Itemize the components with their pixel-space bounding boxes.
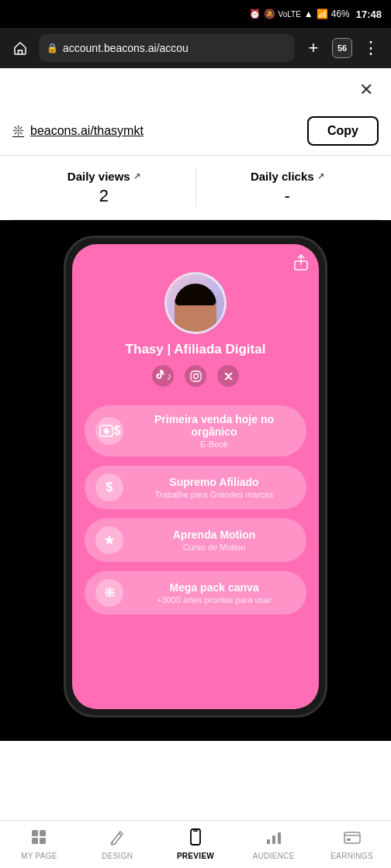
alarm-icon: ⏰ (249, 9, 261, 19)
avatar (164, 272, 227, 334)
nav-audience[interactable]: AUDIENCE (234, 821, 313, 868)
beacon-url-link[interactable]: ❊ beacons.ai/thasymkt (12, 122, 144, 140)
svg-rect-9 (32, 838, 38, 844)
nav-design[interactable]: DESIGN (78, 821, 157, 868)
stats-section: Daily views ↗ 2 Daily clicks ↗ - (12, 156, 379, 220)
daily-clicks-label: Daily clicks ↗ (196, 170, 379, 183)
browser-actions: + 56 ⋮ (303, 37, 382, 59)
status-bar: ⏰ 🔕 VoLTE ▲ 📶 46% 17:48 (0, 0, 391, 28)
home-button[interactable] (9, 37, 31, 59)
link-icon-3: ❋ (95, 579, 123, 607)
link-text-3: Mega pack canva +3000 artes prontas para… (133, 581, 296, 604)
tiktok-icon[interactable]: ♪ (152, 365, 174, 387)
link-icon-1: $ (95, 474, 123, 501)
link-buttons: $ $ Primeira venda hoje no orgânico E-Bo… (85, 399, 306, 621)
nav-my-page[interactable]: MY PAGE (0, 821, 78, 868)
audience-label: AUDIENCE (253, 852, 295, 860)
url-copy-section: ❊ beacons.ai/thasymkt Copy (0, 108, 391, 156)
share-button[interactable] (292, 253, 310, 274)
link-item-1[interactable]: $ Supremo Afiliado Trabalhe para Grandes… (85, 466, 306, 509)
browser-menu-button[interactable]: ⋮ (360, 37, 382, 59)
link-icon-0: $ $ (95, 417, 123, 445)
link-title-2: Aprenda Motion (133, 529, 296, 541)
design-label: DESIGN (102, 852, 133, 860)
svg-rect-12 (193, 831, 198, 832)
link-title-3: Mega pack canva (133, 581, 296, 594)
close-icon: ✕ (359, 80, 373, 100)
daily-views-label: Daily views ↗ (12, 170, 196, 183)
link-subtitle-2: Curso de Motion (133, 542, 296, 552)
status-icons: ⏰ 🔕 VoLTE ▲ 📶 46% 17:48 (249, 9, 382, 20)
battery-level: 46% (331, 9, 350, 19)
link-text-2: Aprenda Motion Curso de Motion (133, 529, 296, 552)
phone-screen: Thasy | Afiliada Digital ♪ (72, 244, 319, 709)
profile-name: Thasy | Afiliada Digital (126, 342, 266, 357)
link-subtitle-0: E-Book (133, 439, 296, 449)
earnings-label: EARNINGS (330, 852, 373, 860)
top-section: ✕ (0, 68, 391, 108)
tab-count-button[interactable]: 56 (332, 38, 352, 58)
daily-clicks-value: - (196, 186, 379, 206)
twitter-icon[interactable] (217, 365, 239, 387)
design-icon (109, 828, 126, 849)
link-subtitle-3: +3000 artes prontas para usar (133, 595, 296, 604)
svg-text:$: $ (105, 428, 109, 436)
link-text-0: Primeira venda hoje no orgânico E-Book (133, 413, 296, 449)
svg-rect-13 (267, 839, 270, 844)
close-button[interactable]: ✕ (354, 78, 379, 102)
phone-mockup: Thasy | Afiliada Digital ♪ (64, 236, 327, 718)
svg-rect-10 (40, 838, 46, 844)
audience-icon (265, 828, 282, 849)
main-content: ✕ ❊ beacons.ai/thasymkt Copy Daily views… (0, 68, 391, 820)
url-text: account.beacons.ai/accou (63, 42, 189, 54)
beacon-url-text: beacons.ai/thasymkt (30, 124, 144, 138)
nav-preview[interactable]: PREVIEW (157, 821, 235, 868)
daily-views-value: 2 (12, 186, 196, 206)
views-external-icon: ↗ (133, 171, 140, 181)
lock-icon: 🔒 (47, 43, 58, 53)
wifi-icon: ▲ (304, 9, 313, 19)
volte-icon: VoLTE (279, 10, 301, 19)
link-title-0: Primeira venda hoje no orgânico (133, 413, 296, 438)
svg-rect-17 (347, 839, 351, 841)
preview-icon (187, 828, 204, 849)
status-time: 17:48 (356, 9, 382, 20)
link-title-1: Supremo Afiliado (133, 476, 296, 488)
link-item-0[interactable]: $ $ Primeira venda hoje no orgânico E-Bo… (85, 405, 306, 456)
bottom-nav: MY PAGE DESIGN PREVIEW (0, 820, 391, 868)
signal-icon: 📶 (317, 9, 328, 19)
copy-button[interactable]: Copy (307, 116, 379, 146)
beacons-logo-icon: ❊ (12, 122, 24, 140)
svg-rect-16 (344, 832, 360, 843)
add-tab-icon: + (309, 38, 319, 58)
svg-rect-14 (272, 835, 275, 844)
instagram-icon[interactable] (185, 365, 206, 387)
clicks-external-icon: ↗ (317, 171, 324, 181)
link-subtitle-1: Trabalhe para Grandes marcas (133, 490, 296, 499)
browser-bar: 🔒 account.beacons.ai/accou + 56 ⋮ (0, 28, 391, 68)
earnings-icon (344, 828, 361, 849)
link-icon-2: ★ (95, 526, 123, 554)
svg-rect-1 (191, 371, 201, 381)
my-page-label: MY PAGE (21, 852, 57, 860)
svg-rect-8 (40, 830, 46, 836)
link-item-3[interactable]: ❋ Mega pack canva +3000 artes prontas pa… (85, 571, 306, 615)
phone-container: Thasy | Afiliada Digital ♪ (0, 220, 391, 741)
social-icons: ♪ (152, 365, 239, 387)
tab-count-label: 56 (337, 43, 347, 53)
mute-icon: 🔕 (264, 9, 275, 19)
my-page-icon (30, 828, 47, 849)
svg-rect-7 (32, 830, 38, 836)
svg-point-3 (198, 373, 199, 374)
menu-dots-icon: ⋮ (362, 38, 379, 58)
daily-views-stat[interactable]: Daily views ↗ 2 (12, 170, 196, 206)
link-item-2[interactable]: ★ Aprenda Motion Curso de Motion (85, 518, 306, 562)
new-tab-button[interactable]: + (303, 37, 324, 59)
daily-clicks-stat[interactable]: Daily clicks ↗ - (196, 170, 379, 206)
svg-rect-15 (278, 832, 281, 844)
url-bar[interactable]: 🔒 account.beacons.ai/accou (39, 34, 295, 62)
profile-section: Thasy | Afiliada Digital ♪ (85, 257, 306, 399)
nav-earnings[interactable]: EARNINGS (313, 821, 391, 868)
link-text-1: Supremo Afiliado Trabalhe para Grandes m… (133, 476, 296, 499)
preview-label: PREVIEW (177, 852, 214, 860)
